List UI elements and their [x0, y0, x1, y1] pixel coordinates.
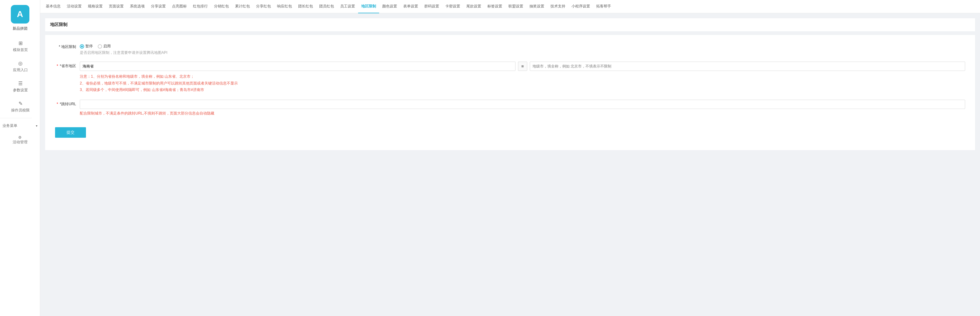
sidebar-item-param-label: 参数设置	[13, 88, 28, 93]
province-input[interactable]	[80, 62, 515, 71]
form-card: * 地区限制 暂停 启用 是	[45, 35, 975, 150]
tab-redpacket-rank[interactable]: 红包排行	[190, 0, 211, 13]
sidebar-business-menu[interactable]: 业务菜单 ▾	[0, 120, 40, 132]
radio-enable[interactable]: 启用	[98, 44, 111, 49]
sidebar-item-home[interactable]: ⊞ 模块首页	[0, 36, 40, 56]
main-content: 基本信息 活动设置 规格设置 页面设置 系统选项 分享设置 点亮图标 红包排行 …	[40, 0, 980, 316]
tab-share-settings[interactable]: 分享设置	[148, 0, 169, 13]
submit-area: 提交	[55, 122, 965, 143]
page-title: 地区限制	[50, 22, 67, 27]
radio-pause-circle	[80, 44, 84, 49]
region-limit-content: 暂停 启用 是否启用地区限制，注意需要申请并设置腾讯地图API	[80, 42, 965, 56]
sidebar-item-operator-label: 操作员校限	[11, 108, 30, 113]
tab-accumulate-redpacket[interactable]: 累计红包	[232, 0, 253, 13]
redirect-url-content: 配合限制城市，不满足条件的跳转URL,不填则不跳转，页面大部分信息会自动隐藏	[80, 100, 965, 116]
tab-color-settings[interactable]: 颜色设置	[379, 0, 400, 13]
app-logo: A	[11, 5, 29, 24]
radio-enable-label: 启用	[103, 44, 111, 49]
sidebar-divider	[0, 118, 32, 118]
redirect-url-label: *跳转URL	[55, 100, 80, 107]
tab-team-redpacket[interactable]: 团长红包	[295, 0, 316, 13]
chevron-down-icon: ▾	[36, 124, 37, 128]
tab-basic-info[interactable]: 基本信息	[43, 0, 64, 13]
tab-activity-settings[interactable]: 活动设置	[64, 0, 85, 13]
tab-card-settings[interactable]: 卡密设置	[442, 0, 463, 13]
sidebar: A 新品拼团 ⊞ 模块首页 ◎ 应用入口 ☰ 参数设置 ✎ 操作员校限 业务菜单	[0, 0, 40, 316]
redirect-url-row: *跳转URL 配合限制城市，不满足条件的跳转URL,不填则不跳转，页面大部分信息…	[55, 100, 965, 116]
tab-system-options[interactable]: 系统选项	[127, 0, 148, 13]
tab-tech-support[interactable]: 技术支持	[547, 0, 568, 13]
tab-response-redpacket[interactable]: 响应红包	[274, 0, 295, 13]
sidebar-item-activity-label: 活动管理	[13, 140, 27, 145]
sidebar-item-app-entry[interactable]: ◎ 应用入口	[0, 56, 40, 77]
tab-expand-help[interactable]: 拓客帮手	[593, 0, 614, 13]
top-nav: 基本信息 活动设置 规格设置 页面设置 系统选项 分享设置 点亮图标 红包排行 …	[40, 0, 980, 13]
province-input-row: ≡	[80, 62, 965, 71]
tab-form-settings[interactable]: 表单设置	[400, 0, 421, 13]
radio-pause[interactable]: 暂停	[80, 44, 93, 49]
sidebar-item-app-entry-label: 应用入口	[13, 67, 28, 73]
tab-miniprogram-settings[interactable]: 小程序设置	[568, 0, 593, 13]
redirect-url-input[interactable]	[80, 100, 965, 109]
business-menu-label: 业务菜单	[3, 123, 18, 128]
addon-icon: ≡	[521, 64, 523, 69]
sidebar-item-operator-auth[interactable]: ✎ 操作员校限	[0, 97, 40, 117]
notice-item-1: 注意：1、分别为省份名称和地级市，填全称，例如 山东省、北京市；	[80, 73, 965, 80]
tab-spec-settings[interactable]: 规格设置	[85, 0, 106, 13]
radio-enable-circle	[98, 44, 102, 49]
region-limit-label: * 地区限制	[55, 42, 80, 49]
activity-manage-icon: ⚙	[18, 135, 22, 140]
province-content: ≡ 注意：1、分别为省份名称和地级市，填全称，例如 山东省、北京市； 2、省份必…	[80, 62, 965, 94]
province-addon-btn[interactable]: ≡	[518, 62, 527, 71]
home-icon: ⊞	[18, 40, 24, 46]
app-name: 新品拼团	[13, 26, 27, 31]
content-area: 地区限制 * 地区限制 暂停	[40, 13, 980, 316]
page-header: 地区限制	[45, 18, 975, 31]
sidebar-item-param-settings[interactable]: ☰ 参数设置	[0, 77, 40, 97]
tab-employee-settings[interactable]: 员工设置	[337, 0, 358, 13]
region-limit-hint: 是否启用地区限制，注意需要申请并设置腾讯地图API	[80, 50, 965, 56]
operator-auth-icon: ✎	[18, 100, 24, 107]
notice-list: 注意：1、分别为省份名称和地级市，填全称，例如 山东省、北京市； 2、省份必填，…	[80, 73, 965, 94]
submit-button[interactable]: 提交	[55, 127, 86, 138]
region-limit-row: * 地区限制 暂停 启用 是	[55, 42, 965, 56]
tab-group-qr[interactable]: 群码设置	[421, 0, 442, 13]
tab-points-icon[interactable]: 点亮图标	[169, 0, 190, 13]
logo-text: A	[17, 9, 23, 19]
sidebar-item-activity-manage[interactable]: ⚙ 活动管理	[0, 132, 40, 148]
radio-pause-label: 暂停	[85, 44, 93, 49]
province-label: *省市地区	[55, 62, 80, 69]
notice-item-3: 3、若同级多个，中间使用#间隔即可，例如 山东省#海南省；青岛市#济南市	[80, 87, 965, 94]
tab-lottery-settings[interactable]: 抽奖设置	[527, 0, 547, 13]
tab-member-redpacket[interactable]: 团员红包	[316, 0, 337, 13]
param-settings-icon: ☰	[18, 80, 24, 86]
tab-federation-settings[interactable]: 联盟设置	[505, 0, 527, 13]
tab-tail-settings[interactable]: 尾款设置	[463, 0, 484, 13]
city-input[interactable]	[530, 62, 966, 71]
region-limit-radio-group: 暂停 启用	[80, 42, 965, 49]
tab-share-redpacket[interactable]: 分享红包	[253, 0, 274, 13]
notice-item-2: 2、省份必填，地级市可不填，不满足城市限制的用户可以跳转其他页面或者关键活动信息…	[80, 80, 965, 87]
province-row: *省市地区 ≡ 注意：1、分别为省份名称和地级市，填全称，例如 山东省、北京市；	[55, 62, 965, 94]
tab-region-limit[interactable]: 地区限制	[358, 0, 379, 13]
sidebar-nav: ⊞ 模块首页 ◎ 应用入口 ☰ 参数设置 ✎ 操作员校限 业务菜单 ▾ ⚙	[0, 36, 40, 148]
tab-split-redpacket[interactable]: 分销红包	[211, 0, 232, 13]
redirect-hint: 配合限制城市，不满足条件的跳转URL,不填则不跳转，页面大部分信息会自动隐藏	[80, 111, 965, 116]
sidebar-item-home-label: 模块首页	[13, 47, 28, 53]
tab-page-settings[interactable]: 页面设置	[106, 0, 127, 13]
tab-label-settings[interactable]: 标签设置	[484, 0, 505, 13]
app-entry-icon: ◎	[18, 60, 24, 66]
